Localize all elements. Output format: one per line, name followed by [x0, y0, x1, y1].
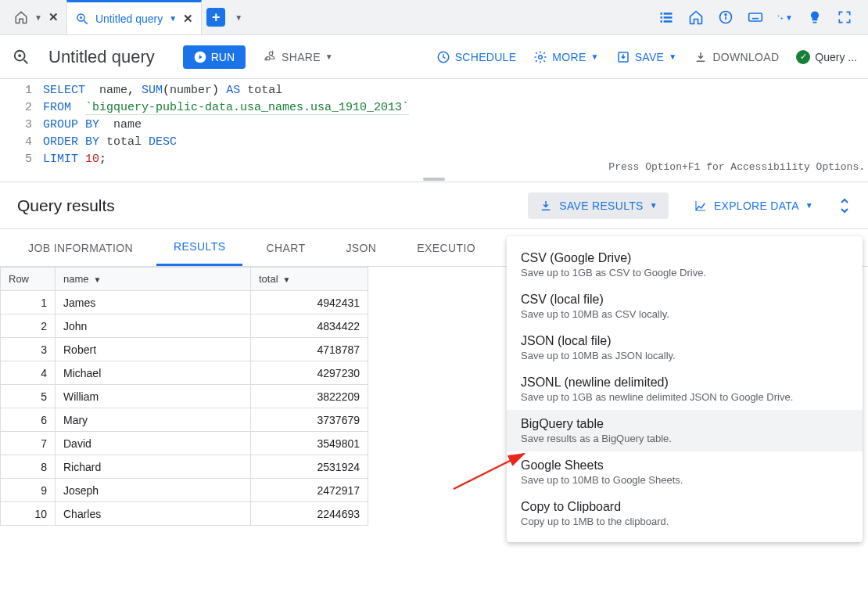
- tab-json[interactable]: JSON: [328, 229, 393, 266]
- tab-results[interactable]: RESULTS: [156, 229, 242, 266]
- save-icon: [616, 50, 630, 64]
- table-row[interactable]: 4Michael4297230: [1, 361, 368, 385]
- tab-job-information[interactable]: JOB INFORMATION: [11, 229, 150, 266]
- svg-rect-5: [661, 16, 663, 19]
- save-results-button[interactable]: SAVE RESULTS ▼: [528, 192, 669, 219]
- save-results-menu: CSV (Google Drive)Save up to 1GB as CSV …: [507, 236, 863, 542]
- home-icon: [14, 10, 28, 24]
- results-table: Row name▼ total▼ 1James49424312John48344…: [0, 267, 368, 526]
- svg-rect-6: [664, 16, 673, 19]
- gear-icon: [533, 50, 547, 64]
- save-label: SAVE: [635, 51, 665, 63]
- chevron-down-icon: ▼: [785, 13, 793, 22]
- query-title: Untitled query: [48, 47, 155, 67]
- menu-item-json-local-file[interactable]: JSON (local file)Save up to 10MB as JSON…: [507, 327, 863, 368]
- check-icon: ✓: [796, 50, 810, 64]
- chevron-down-icon: ▼: [235, 13, 242, 22]
- tab-bar: ▼ ✕ Untitled query ▼ ✕ + ▼ ▼: [0, 0, 868, 35]
- lightbulb-icon[interactable]: [807, 9, 823, 25]
- table-row[interactable]: 5William3822209: [1, 385, 368, 408]
- run-button[interactable]: RUN: [183, 45, 246, 69]
- share-button[interactable]: + SHARE ▼: [263, 50, 333, 64]
- svg-rect-7: [661, 20, 663, 22]
- save-results-label: SAVE RESULTS: [559, 199, 643, 212]
- tab-home[interactable]: ▼ ✕: [6, 0, 66, 34]
- query-status: ✓ Query ...: [796, 50, 857, 64]
- col-row-header[interactable]: Row: [1, 268, 56, 291]
- results-title: Query results: [17, 196, 115, 215]
- chart-icon: [694, 199, 708, 213]
- table-row[interactable]: 1James4942431: [1, 291, 368, 314]
- download-icon: [694, 50, 708, 64]
- svg-rect-12: [749, 13, 762, 21]
- chevron-down-icon: ▼: [650, 201, 658, 210]
- tab-label: Untitled query: [95, 13, 163, 25]
- svg-line-1: [84, 20, 88, 24]
- chevron-down-icon: ▼: [591, 52, 599, 61]
- table-row[interactable]: 6Mary3737679: [1, 408, 368, 432]
- svg-point-11: [725, 14, 726, 16]
- chevron-down-icon: ▼: [325, 52, 333, 61]
- close-icon[interactable]: ✕: [183, 12, 193, 26]
- run-label: RUN: [211, 51, 235, 63]
- info-icon[interactable]: [718, 9, 733, 25]
- schedule-button[interactable]: SCHEDULE: [436, 50, 517, 64]
- share-label: SHARE: [282, 51, 321, 63]
- magic-icon[interactable]: ▼: [777, 9, 793, 25]
- status-text: Query ...: [815, 51, 857, 63]
- menu-item-csv-local-file[interactable]: CSV (local file)Save up to 10MB as CSV l…: [507, 286, 863, 327]
- menu-item-csv-google-drive[interactable]: CSV (Google Drive)Save up to 1GB as CSV …: [507, 244, 863, 286]
- svg-rect-3: [661, 13, 663, 15]
- new-tab-menu[interactable]: ▼: [230, 0, 247, 34]
- download-button[interactable]: DOWNLOAD: [694, 50, 779, 64]
- menu-item-jsonl-newline-delimited[interactable]: JSONL (newline delimited)Save up to 1GB …: [507, 368, 863, 410]
- menu-item-google-sheets[interactable]: Google SheetsSave up to 10MB to Google S…: [507, 451, 863, 493]
- fullscreen-icon[interactable]: [837, 9, 852, 25]
- inspect-icon[interactable]: [11, 49, 31, 66]
- tab-execution[interactable]: EXECUTIO: [400, 229, 493, 266]
- chevron-down-icon[interactable]: ▼: [169, 14, 177, 23]
- svg-point-20: [18, 54, 21, 57]
- tab-untitled-query[interactable]: Untitled query ▼ ✕: [66, 0, 202, 34]
- home-icon[interactable]: [688, 9, 704, 25]
- resize-handle[interactable]: [0, 176, 868, 182]
- svg-point-2: [81, 16, 82, 18]
- list-icon[interactable]: [658, 9, 674, 25]
- query-icon: [75, 12, 89, 26]
- sort-icon: ▼: [283, 275, 291, 284]
- results-header: Query results SAVE RESULTS ▼ EXPLORE DAT…: [0, 182, 868, 229]
- col-name-header[interactable]: name▼: [56, 268, 251, 291]
- more-button[interactable]: MORE ▼: [533, 50, 598, 64]
- table-row[interactable]: 3Robert4718787: [1, 338, 368, 361]
- schedule-label: SCHEDULE: [455, 51, 517, 63]
- clock-icon: [436, 50, 450, 64]
- col-total-header[interactable]: total▼: [251, 268, 368, 291]
- chevron-down-icon: ▼: [805, 201, 813, 210]
- table-row[interactable]: 2John4834422: [1, 314, 368, 338]
- new-tab-button[interactable]: +: [206, 8, 225, 27]
- tab-chart[interactable]: CHART: [249, 229, 322, 266]
- table-row[interactable]: 9Joseph2472917: [1, 479, 368, 502]
- table-row[interactable]: 8Richard2531924: [1, 455, 368, 479]
- menu-item-bigquery-table[interactable]: BigQuery tableSave results as a BigQuery…: [507, 410, 863, 451]
- save-button[interactable]: SAVE ▼: [616, 50, 677, 64]
- table-row[interactable]: 10Charles2244693: [1, 502, 368, 526]
- query-toolbar: Untitled query RUN + SHARE ▼ SCHEDULE MO…: [0, 35, 868, 79]
- svg-text:+: +: [271, 50, 274, 56]
- sql-editor[interactable]: 1 2 3 4 5 SELECT name, SUM(number) AS to…: [0, 79, 868, 176]
- expand-icon[interactable]: [838, 198, 851, 214]
- svg-rect-4: [664, 13, 673, 15]
- chevron-down-icon: ▼: [34, 13, 42, 22]
- table-row[interactable]: 7David3549801: [1, 432, 368, 455]
- menu-item-copy-to-clipboard[interactable]: Copy to ClipboardCopy up to 1MB to the c…: [507, 493, 863, 534]
- svg-rect-8: [664, 20, 673, 22]
- keyboard-icon[interactable]: [748, 9, 763, 25]
- sql-code[interactable]: SELECT name, SUM(number) AS total FROM `…: [43, 82, 868, 168]
- line-gutter: 1 2 3 4 5: [0, 82, 43, 168]
- explore-data-button[interactable]: EXPLORE DATA ▼: [683, 192, 824, 219]
- sort-icon: ▼: [94, 275, 102, 284]
- more-label: MORE: [552, 51, 586, 63]
- close-icon[interactable]: ✕: [48, 10, 59, 24]
- top-right-icons: ▼: [658, 0, 862, 34]
- svg-point-24: [539, 55, 543, 59]
